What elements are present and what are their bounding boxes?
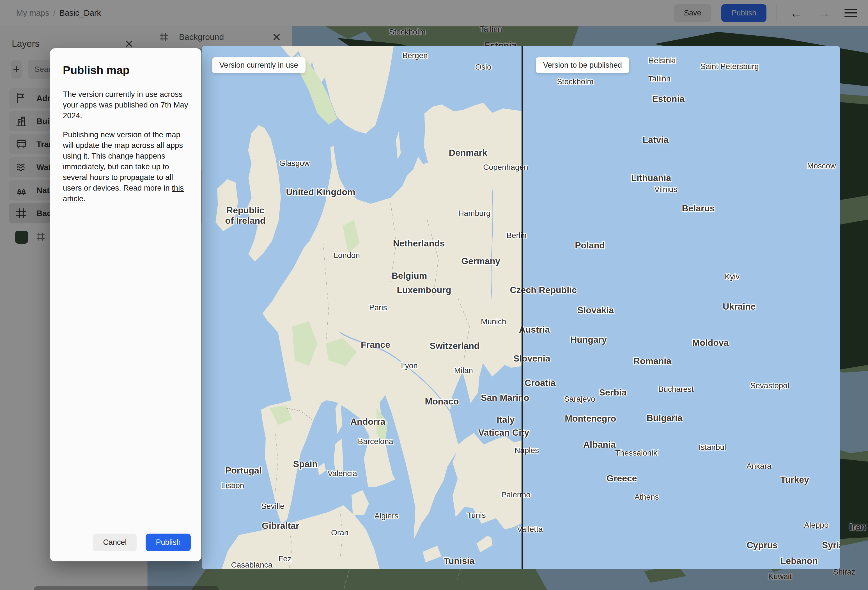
current-version-chip: Version currently in use [212,57,306,73]
publish-button-modal[interactable]: Publish [146,534,191,551]
modal-paragraph-1: The version currently in use across your… [63,89,189,121]
version-compare-view[interactable]: United KingdomRepublic of IrelandDenmark… [202,46,840,569]
bottom-toolbar-peek [34,586,219,590]
background-tab-title: Background [179,32,224,42]
breadcrumb-separator: / [53,9,56,18]
top-bar: My maps / Basic_Dark Save Publish ← → [0,0,868,27]
cancel-button[interactable]: Cancel [93,534,137,551]
frame-icon [158,31,170,43]
map-pane-current-version[interactable] [202,46,522,569]
breadcrumb: My maps / Basic_Dark [16,9,101,18]
save-button[interactable]: Save [674,4,712,22]
breadcrumb-my-maps[interactable]: My maps [16,9,49,18]
toolbar-divider [776,4,777,22]
bus-icon [15,138,28,151]
layers-panel-title: Layers [12,38,40,49]
undo-arrow-left-icon[interactable]: ← [787,6,805,20]
background-tab-panel: Background [147,26,292,49]
map-pane-new-version[interactable] [522,46,840,569]
building-icon [15,115,28,127]
redo-arrow-right-icon[interactable]: → [815,6,833,20]
layer-color-swatch[interactable] [15,231,28,244]
modal-paragraph-2: Publishing new version of the map will u… [63,129,189,204]
publish-button-topbar[interactable]: Publish [721,4,766,22]
breadcrumb-map-name: Basic_Dark [59,9,101,18]
modal-title: Publish map [63,64,189,77]
hamburger-menu-icon[interactable] [843,7,858,19]
compare-divider-handle[interactable] [521,46,523,569]
close-icon[interactable] [270,30,283,44]
frame-icon [15,207,28,219]
new-version-chip: Version to be published [536,57,629,73]
add-layer-button[interactable]: + [11,60,22,78]
waves-icon [15,161,28,173]
publish-map-modal: Publish map The version currently in use… [50,48,201,561]
trees-icon [15,184,28,197]
frame-icon [35,231,46,243]
flag-icon [15,92,28,104]
